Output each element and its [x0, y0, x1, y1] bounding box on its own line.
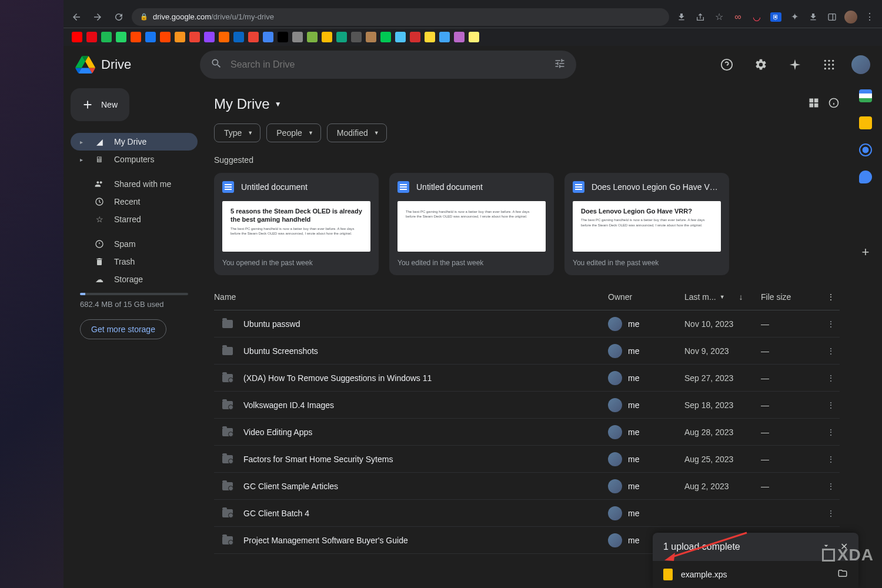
filter-people[interactable]: People▼ [266, 123, 321, 142]
sidebar-item-starred[interactable]: ☆Starred [71, 211, 198, 228]
new-button[interactable]: New [71, 88, 129, 121]
suggested-card[interactable]: Does Lenovo Legion Go Have VRRDoes Lenov… [564, 173, 729, 275]
row-menu-icon[interactable]: ⋮ [822, 346, 840, 356]
bookmark-icon[interactable] [233, 32, 244, 42]
search-input[interactable] [230, 59, 546, 70]
row-menu-icon[interactable]: ⋮ [822, 455, 840, 464]
table-row[interactable]: Ubuntu passwdmeNov 10, 2023—⋮ [214, 310, 840, 338]
settings-icon[interactable] [749, 53, 773, 76]
suggested-card[interactable]: Untitled documentThe best PC gaming hand… [389, 173, 554, 275]
bookmark-icon[interactable] [292, 32, 303, 42]
bookmark-icon[interactable] [204, 32, 215, 42]
sidebar-item-storage[interactable]: ☁Storage [71, 270, 198, 288]
bookmark-icon[interactable] [454, 32, 465, 42]
table-row[interactable]: Video Editing AppsmeAug 28, 2023—⋮ [214, 419, 840, 446]
bookmark-icon[interactable] [410, 32, 420, 42]
bookmark-icon[interactable] [366, 32, 376, 42]
row-menu-icon[interactable]: ⋮ [822, 482, 840, 491]
col-modified[interactable]: Last m...▼↓ [684, 292, 761, 302]
sidepanel-icon[interactable] [824, 9, 840, 25]
bookmark-icon[interactable] [189, 32, 200, 42]
upload-file-row[interactable]: example.xps [653, 561, 858, 588]
account-avatar[interactable] [851, 55, 870, 74]
gemini-icon[interactable] [783, 53, 807, 76]
ext-1-icon[interactable]: ∞ [730, 9, 746, 25]
bookmark-icon[interactable] [145, 32, 156, 42]
bookmark-icon[interactable] [278, 32, 288, 42]
sidebar-item-recent[interactable]: Recent [71, 193, 198, 211]
drive-logo[interactable]: Drive [75, 56, 193, 74]
table-row[interactable]: Ubuntu ScreenshotsmeNov 9, 2023—⋮ [214, 338, 840, 365]
keep-icon[interactable] [859, 116, 872, 129]
breadcrumb[interactable]: My Drive▼ [214, 96, 282, 112]
ext-pocket-icon[interactable]: ◡ [749, 9, 764, 25]
bookmark-icon[interactable] [131, 32, 141, 42]
table-row[interactable]: (XDA) How To Remove Suggestions in Windo… [214, 365, 840, 392]
bookmark-icon[interactable] [263, 32, 273, 42]
extensions-icon[interactable]: ✦ [787, 9, 802, 25]
reload-button[interactable] [111, 9, 127, 25]
bookmark-icon[interactable] [469, 32, 479, 42]
calendar-icon[interactable] [859, 89, 872, 102]
bookmark-icon[interactable] [322, 32, 332, 42]
file-modified: Aug 28, 2023 [684, 427, 761, 437]
bookmark-icon[interactable] [351, 32, 362, 42]
back-button[interactable] [68, 9, 85, 25]
search-bar[interactable] [200, 51, 576, 79]
info-icon[interactable] [828, 97, 840, 111]
col-size[interactable]: File size [761, 292, 822, 302]
folder-open-icon[interactable] [837, 568, 848, 581]
contacts-icon[interactable] [859, 171, 872, 183]
table-row[interactable]: Factors for Smart Home Security Sytemsme… [214, 446, 840, 473]
filter-type[interactable]: Type▼ [214, 123, 260, 142]
table-row[interactable]: Volkswagen ID.4 ImagesmeSep 18, 2023—⋮ [214, 392, 840, 419]
col-name[interactable]: Name [214, 292, 608, 302]
bookmark-icon[interactable] [175, 32, 185, 42]
install-icon[interactable] [674, 9, 689, 25]
sidebar-item-my-drive[interactable]: ▸◢My Drive [71, 133, 198, 151]
help-icon[interactable] [715, 53, 739, 76]
col-menu-icon[interactable]: ⋮ [822, 292, 840, 302]
suggested-card[interactable]: Untitled document5 reasons the Steam Dec… [214, 173, 379, 275]
address-bar[interactable]: 🔒 drive.google.com/drive/u/1/my-drive [132, 8, 669, 26]
bookmark-icon[interactable] [86, 32, 97, 42]
row-menu-icon[interactable]: ⋮ [822, 427, 840, 437]
profile-avatar[interactable] [843, 9, 858, 25]
table-row[interactable]: GC Client Sample ArticlesmeAug 2, 2023—⋮ [214, 473, 840, 500]
row-menu-icon[interactable]: ⋮ [822, 373, 840, 383]
downloads-icon[interactable] [806, 9, 821, 25]
ext-bw-icon[interactable]: ⛨ [768, 9, 783, 25]
share-icon[interactable] [693, 9, 708, 25]
layout-grid-icon[interactable] [808, 97, 820, 111]
bookmark-icon[interactable] [380, 32, 391, 42]
bookmark-icon[interactable] [72, 32, 82, 42]
bookmark-icon[interactable] [160, 32, 171, 42]
browser-menu-icon[interactable]: ⋮ [862, 9, 877, 25]
row-menu-icon[interactable]: ⋮ [822, 400, 840, 410]
sidebar-item-trash[interactable]: Trash [71, 253, 198, 270]
bookmark-icon[interactable] [116, 32, 126, 42]
bookmark-icon[interactable] [219, 32, 229, 42]
bookmark-star-icon[interactable]: ☆ [711, 9, 727, 25]
bookmark-icon[interactable] [101, 32, 112, 42]
sidebar-item-computers[interactable]: ▸🖥Computers [71, 151, 198, 168]
apps-icon[interactable] [817, 53, 841, 76]
bookmark-icon[interactable] [336, 32, 347, 42]
bookmark-icon[interactable] [307, 32, 318, 42]
tasks-icon[interactable] [859, 143, 872, 156]
search-options-icon[interactable] [554, 58, 566, 72]
row-menu-icon[interactable]: ⋮ [822, 509, 840, 518]
addons-plus-icon[interactable]: + [862, 245, 870, 260]
col-owner[interactable]: Owner [608, 292, 684, 302]
bookmark-icon[interactable] [439, 32, 450, 42]
row-menu-icon[interactable]: ⋮ [822, 319, 840, 329]
bookmark-icon[interactable] [425, 32, 435, 42]
sidebar-item-spam[interactable]: Spam [71, 235, 198, 253]
bookmark-icon[interactable] [395, 32, 406, 42]
forward-button[interactable] [89, 9, 106, 25]
bookmark-icon[interactable] [248, 32, 259, 42]
filter-modified[interactable]: Modified▼ [327, 123, 387, 142]
table-row[interactable]: GC Client Batch 4me⋮ [214, 500, 840, 527]
get-storage-button[interactable]: Get more storage [80, 319, 166, 339]
sidebar-item-shared[interactable]: Shared with me [71, 175, 198, 193]
